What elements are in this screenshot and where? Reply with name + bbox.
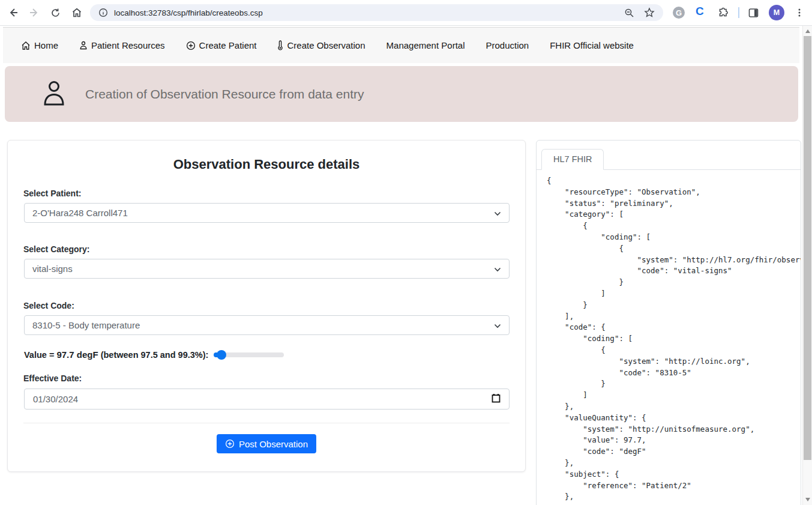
chevron-down-icon — [494, 320, 501, 330]
thermometer-icon — [277, 40, 283, 50]
nav-label: Production — [486, 40, 529, 50]
nav-item-home[interactable]: Home — [21, 40, 58, 50]
tab-hl7-fhir[interactable]: HL7 FHIR — [541, 149, 604, 170]
nav-item-create-observation[interactable]: Create Observation — [277, 40, 365, 50]
back-icon[interactable] — [5, 4, 22, 21]
fhir-json-line: ] — [547, 288, 801, 300]
extensions-puzzle-icon[interactable] — [715, 4, 732, 21]
effective-date-value: 01/30/2024 — [33, 394, 78, 404]
page-banner: Creation of Observation Resource from da… — [5, 66, 798, 122]
url-text[interactable]: localhost:32783/csp/fhirlab/createobs.cs… — [114, 8, 263, 17]
nav-label: Home — [34, 40, 58, 50]
fhir-json-line: "coding": [ — [547, 232, 801, 243]
nav-item-production[interactable]: Production — [486, 40, 529, 50]
scroll-up-icon[interactable] — [805, 29, 810, 33]
site-navbar: Home Patient Resources Create Patient Cr… — [3, 27, 799, 63]
code-label: Select Code: — [23, 301, 74, 310]
site-info-icon[interactable] — [98, 8, 108, 17]
fhir-json-line: { — [547, 220, 801, 232]
form-title: Observation Resource details — [8, 157, 525, 172]
fhir-json-line: } — [547, 277, 801, 288]
fhir-json-line: "value": 97.7, — [547, 435, 801, 446]
nav-item-fhir-official-website[interactable]: FHIR Official website — [550, 40, 634, 50]
scrollbar-thumb[interactable] — [804, 36, 811, 460]
nav-label: Create Observation — [287, 40, 365, 50]
nav-label: Create Patient — [199, 40, 257, 50]
plus-circle-icon — [186, 41, 196, 50]
slider-thumb[interactable] — [217, 350, 226, 360]
page-title: Creation of Observation Resource from da… — [85, 87, 364, 101]
chevron-down-icon — [494, 208, 501, 218]
fhir-json-line: "code": "8310-5" — [547, 367, 801, 379]
effective-date-label: Effective Date: — [23, 373, 82, 383]
address-bar[interactable]: localhost:32783/csp/fhirlab/createobs.cs… — [90, 4, 663, 21]
fhir-json-line: { — [547, 243, 801, 255]
fhir-json-line: } — [547, 378, 801, 390]
patient-select-value: 2-O'Hara248 Carroll471 — [32, 208, 128, 218]
nav-label: Patient Resources — [91, 40, 165, 50]
browser-toolbar: localhost:32783/csp/fhirlab/createobs.cs… — [0, 0, 812, 26]
fhir-json-line: "coding": [ — [547, 333, 801, 345]
fhir-json-line: "system": "http://hl7.org/fhir/observati — [547, 255, 801, 266]
fhir-json-line: { — [547, 175, 801, 187]
plus-circle-icon — [225, 439, 235, 449]
fhir-json-line: "category": [ — [547, 209, 801, 220]
fhir-json-line: "system": "http://loinc.org", — [547, 356, 801, 367]
fhir-tab-row: HL7 FHIR — [537, 141, 801, 170]
post-observation-label: Post Observation — [239, 439, 308, 449]
value-current: 97.7 degF — [56, 349, 98, 360]
forward-icon[interactable] — [26, 4, 43, 21]
fhir-json-line: }, — [547, 401, 801, 413]
home-icon[interactable] — [68, 4, 85, 21]
patient-select[interactable]: 2-O'Hara248 Carroll471 — [24, 203, 510, 223]
page-scrollbar[interactable] — [802, 26, 812, 505]
fhir-json-line: "system": "http://unitsofmeasure.org", — [547, 424, 801, 435]
chevron-down-icon — [494, 264, 501, 274]
person-banner-icon — [42, 80, 66, 109]
category-label: Select Category: — [23, 244, 89, 254]
fhir-json-line: { — [547, 345, 801, 356]
nav-item-create-patient[interactable]: Create Patient — [186, 40, 257, 50]
post-observation-button[interactable]: Post Observation — [217, 434, 316, 453]
effective-date-input[interactable]: 01/30/2024 — [24, 389, 510, 410]
extension-g-icon[interactable]: G — [673, 7, 685, 19]
value-label-prefix: Value = — [24, 350, 56, 360]
code-select-value: 8310-5 - Body temperature — [32, 320, 140, 330]
category-select-value: vital-signs — [32, 264, 73, 274]
form-divider — [23, 423, 510, 423]
side-panel-icon[interactable] — [745, 4, 762, 21]
value-slider[interactable] — [214, 350, 284, 360]
browser-menu-icon[interactable] — [791, 4, 808, 21]
observation-form-card: Observation Resource details Select Pati… — [7, 140, 526, 472]
nav-label: Management Portal — [386, 40, 465, 50]
fhir-json-line: "code": "degF" — [547, 446, 801, 458]
fhir-json-line: } — [547, 300, 801, 311]
fhir-json-code: { "resourceType": "Observation", "status… — [537, 170, 801, 503]
category-select[interactable]: vital-signs — [24, 259, 510, 279]
profile-avatar[interactable]: M — [769, 5, 784, 20]
fhir-json-line: ], — [547, 311, 801, 322]
extension-c-icon[interactable]: C — [696, 5, 704, 18]
code-select[interactable]: 8310-5 - Body temperature — [24, 315, 510, 335]
zoom-icon[interactable] — [624, 8, 634, 18]
fhir-json-line: }, — [547, 491, 801, 503]
fhir-json-line: }, — [547, 458, 801, 469]
nav-item-management-portal[interactable]: Management Portal — [386, 40, 465, 50]
nav-label: FHIR Official website — [550, 40, 634, 50]
person-icon — [79, 41, 88, 50]
fhir-json-line: "valueQuantity": { — [547, 413, 801, 424]
fhir-json-line: "code": { — [547, 322, 801, 333]
nav-item-patient-resources[interactable]: Patient Resources — [79, 40, 165, 50]
fhir-json-line: "code": "vital-signs" — [547, 265, 801, 277]
calendar-icon[interactable] — [492, 393, 501, 405]
bookmark-star-icon[interactable] — [644, 7, 655, 18]
fhir-json-line: ] — [547, 390, 801, 401]
patient-label: Select Patient: — [23, 189, 81, 198]
value-row: Value = 97.7 degF (between 97.5 and 99.3… — [24, 349, 284, 360]
fhir-json-line: "resourceType": "Observation", — [547, 187, 801, 198]
fhir-json-line: "status": "preliminary", — [547, 198, 801, 210]
home-outline-icon — [21, 41, 31, 50]
reload-icon[interactable] — [47, 4, 64, 21]
toolbar-separator — [738, 7, 739, 18]
scroll-down-icon[interactable] — [805, 498, 810, 501]
